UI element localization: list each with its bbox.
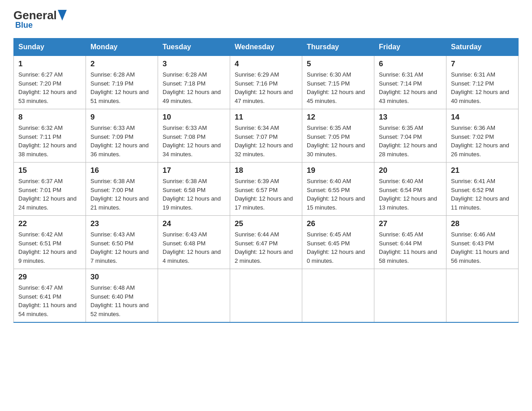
calendar-cell: 28Sunrise: 6:46 AMSunset: 6:43 PMDayligh…	[446, 216, 519, 269]
calendar-cell: 16Sunrise: 6:38 AMSunset: 7:00 PMDayligh…	[86, 163, 158, 216]
day-number: 2	[90, 60, 153, 68]
day-number: 13	[379, 113, 442, 122]
logo-triangle-icon	[58, 10, 67, 21]
day-info: Sunrise: 6:42 AMSunset: 6:51 PMDaylight:…	[18, 230, 81, 265]
day-info: Sunrise: 6:33 AMSunset: 7:08 PMDaylight:…	[163, 124, 225, 158]
calendar-cell: 4Sunrise: 6:29 AMSunset: 7:16 PMDaylight…	[230, 56, 302, 109]
day-number: 22	[18, 219, 81, 228]
calendar-cell: 19Sunrise: 6:40 AMSunset: 6:55 PMDayligh…	[302, 163, 374, 216]
logo: General Blue	[13, 9, 67, 30]
calendar-cell: 29Sunrise: 6:47 AMSunset: 6:41 PMDayligh…	[14, 269, 86, 323]
calendar-cell: 24Sunrise: 6:43 AMSunset: 6:48 PMDayligh…	[158, 216, 230, 269]
calendar-cell: 10Sunrise: 6:33 AMSunset: 7:08 PMDayligh…	[158, 109, 230, 163]
day-info: Sunrise: 6:43 AMSunset: 6:50 PMDaylight:…	[90, 230, 153, 265]
calendar-cell: 6Sunrise: 6:31 AMSunset: 7:14 PMDaylight…	[374, 56, 446, 109]
svg-marker-0	[58, 10, 67, 21]
day-info: Sunrise: 6:40 AMSunset: 6:55 PMDaylight:…	[307, 177, 369, 212]
calendar-week-row: 29Sunrise: 6:47 AMSunset: 6:41 PMDayligh…	[14, 269, 519, 323]
day-info: Sunrise: 6:48 AMSunset: 6:40 PMDaylight:…	[90, 283, 153, 318]
calendar-cell: 26Sunrise: 6:45 AMSunset: 6:45 PMDayligh…	[302, 216, 374, 269]
day-info: Sunrise: 6:36 AMSunset: 7:02 PMDaylight:…	[451, 124, 514, 158]
calendar-cell: 30Sunrise: 6:48 AMSunset: 6:40 PMDayligh…	[86, 269, 158, 323]
calendar-cell: 25Sunrise: 6:44 AMSunset: 6:47 PMDayligh…	[230, 216, 302, 269]
calendar-cell: 3Sunrise: 6:28 AMSunset: 7:18 PMDaylight…	[158, 56, 230, 109]
day-info: Sunrise: 6:28 AMSunset: 7:18 PMDaylight:…	[163, 70, 225, 105]
day-number: 8	[18, 113, 81, 122]
day-info: Sunrise: 6:39 AMSunset: 6:57 PMDaylight:…	[235, 177, 297, 212]
day-info: Sunrise: 6:41 AMSunset: 6:52 PMDaylight:…	[451, 177, 514, 212]
header-wednesday: Wednesday	[230, 39, 302, 56]
day-info: Sunrise: 6:31 AMSunset: 7:14 PMDaylight:…	[379, 70, 442, 105]
day-info: Sunrise: 6:35 AMSunset: 7:04 PMDaylight:…	[379, 124, 442, 158]
day-number: 3	[163, 60, 225, 68]
day-info: Sunrise: 6:31 AMSunset: 7:12 PMDaylight:…	[451, 70, 514, 105]
calendar-week-row: 15Sunrise: 6:37 AMSunset: 7:01 PMDayligh…	[14, 163, 519, 216]
header-saturday: Saturday	[446, 39, 519, 56]
day-number: 21	[451, 166, 514, 175]
calendar-cell: 13Sunrise: 6:35 AMSunset: 7:04 PMDayligh…	[374, 109, 446, 163]
day-number: 9	[90, 113, 153, 122]
day-number: 26	[307, 219, 369, 228]
calendar-header-row: SundayMondayTuesdayWednesdayThursdayFrid…	[14, 39, 519, 56]
day-info: Sunrise: 6:34 AMSunset: 7:07 PMDaylight:…	[235, 124, 297, 158]
day-number: 18	[235, 166, 297, 175]
day-info: Sunrise: 6:45 AMSunset: 6:45 PMDaylight:…	[307, 230, 369, 265]
day-info: Sunrise: 6:45 AMSunset: 6:44 PMDaylight:…	[379, 230, 442, 265]
calendar-cell: 1Sunrise: 6:27 AMSunset: 7:20 PMDaylight…	[14, 56, 86, 109]
calendar-cell	[302, 269, 374, 323]
calendar-cell: 14Sunrise: 6:36 AMSunset: 7:02 PMDayligh…	[446, 109, 519, 163]
calendar-cell: 21Sunrise: 6:41 AMSunset: 6:52 PMDayligh…	[446, 163, 519, 216]
day-info: Sunrise: 6:46 AMSunset: 6:43 PMDaylight:…	[451, 230, 514, 265]
day-number: 1	[18, 60, 81, 68]
day-number: 7	[451, 60, 514, 68]
calendar-cell: 17Sunrise: 6:38 AMSunset: 6:58 PMDayligh…	[158, 163, 230, 216]
day-info: Sunrise: 6:27 AMSunset: 7:20 PMDaylight:…	[18, 70, 81, 105]
calendar-week-row: 1Sunrise: 6:27 AMSunset: 7:20 PMDaylight…	[14, 56, 519, 109]
day-number: 23	[90, 219, 153, 228]
day-number: 28	[451, 219, 514, 228]
calendar-cell: 20Sunrise: 6:40 AMSunset: 6:54 PMDayligh…	[374, 163, 446, 216]
calendar-cell	[446, 269, 519, 323]
header-sunday: Sunday	[14, 39, 86, 56]
day-info: Sunrise: 6:38 AMSunset: 7:00 PMDaylight:…	[90, 177, 153, 212]
day-info: Sunrise: 6:40 AMSunset: 6:54 PMDaylight:…	[379, 177, 442, 212]
day-info: Sunrise: 6:38 AMSunset: 6:58 PMDaylight:…	[163, 177, 225, 212]
logo-blue-text: Blue	[15, 21, 33, 30]
calendar-cell: 15Sunrise: 6:37 AMSunset: 7:01 PMDayligh…	[14, 163, 86, 216]
day-number: 30	[90, 273, 153, 282]
day-number: 4	[235, 60, 297, 68]
day-info: Sunrise: 6:35 AMSunset: 7:05 PMDaylight:…	[307, 124, 369, 158]
calendar-cell: 8Sunrise: 6:32 AMSunset: 7:11 PMDaylight…	[14, 109, 86, 163]
header-thursday: Thursday	[302, 39, 374, 56]
calendar-cell: 5Sunrise: 6:30 AMSunset: 7:15 PMDaylight…	[302, 56, 374, 109]
day-number: 14	[451, 113, 514, 122]
day-info: Sunrise: 6:47 AMSunset: 6:41 PMDaylight:…	[18, 283, 81, 318]
calendar-cell	[374, 269, 446, 323]
calendar-cell: 11Sunrise: 6:34 AMSunset: 7:07 PMDayligh…	[230, 109, 302, 163]
calendar-cell: 2Sunrise: 6:28 AMSunset: 7:19 PMDaylight…	[86, 56, 158, 109]
day-number: 12	[307, 113, 369, 122]
day-number: 20	[379, 166, 442, 175]
day-number: 25	[235, 219, 297, 228]
calendar-cell	[158, 269, 230, 323]
day-info: Sunrise: 6:33 AMSunset: 7:09 PMDaylight:…	[90, 124, 153, 158]
calendar-cell: 22Sunrise: 6:42 AMSunset: 6:51 PMDayligh…	[14, 216, 86, 269]
calendar-cell: 9Sunrise: 6:33 AMSunset: 7:09 PMDaylight…	[86, 109, 158, 163]
calendar-cell: 12Sunrise: 6:35 AMSunset: 7:05 PMDayligh…	[302, 109, 374, 163]
day-number: 6	[379, 60, 442, 68]
calendar-cell	[230, 269, 302, 323]
calendar-week-row: 22Sunrise: 6:42 AMSunset: 6:51 PMDayligh…	[14, 216, 519, 269]
day-number: 29	[18, 273, 81, 282]
calendar-cell: 7Sunrise: 6:31 AMSunset: 7:12 PMDaylight…	[446, 56, 519, 109]
day-number: 11	[235, 113, 297, 122]
day-info: Sunrise: 6:32 AMSunset: 7:11 PMDaylight:…	[18, 124, 81, 158]
day-number: 24	[163, 219, 225, 228]
day-number: 10	[163, 113, 225, 122]
day-info: Sunrise: 6:30 AMSunset: 7:15 PMDaylight:…	[307, 70, 369, 105]
header-monday: Monday	[86, 39, 158, 56]
calendar-cell: 27Sunrise: 6:45 AMSunset: 6:44 PMDayligh…	[374, 216, 446, 269]
page-header: General Blue	[13, 9, 519, 30]
day-number: 16	[90, 166, 153, 175]
day-info: Sunrise: 6:44 AMSunset: 6:47 PMDaylight:…	[235, 230, 297, 265]
day-number: 15	[18, 166, 81, 175]
